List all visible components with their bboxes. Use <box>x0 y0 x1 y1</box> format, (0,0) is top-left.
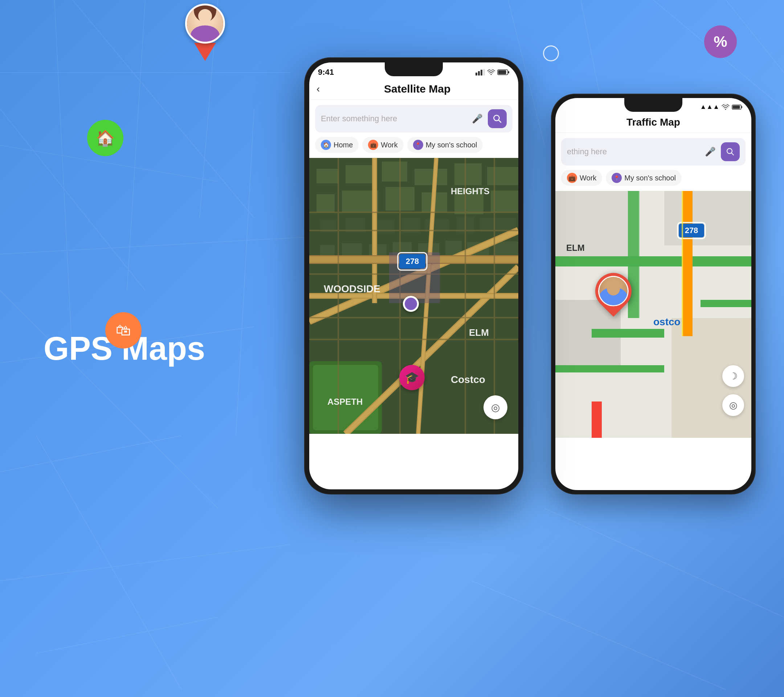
svg-text:Costco: Costco <box>451 374 485 385</box>
svg-text:278: 278 <box>685 226 698 235</box>
phone1-quick-tags: 🏠 Home 💼 Work 📍 My son's school <box>315 137 512 153</box>
phone1-battery-icon <box>497 69 510 76</box>
phone1-search-button[interactable] <box>488 109 507 128</box>
svg-line-7 <box>54 0 72 363</box>
svg-rect-34 <box>555 256 751 267</box>
phone1-school-icon: 📍 <box>413 140 423 150</box>
svg-line-4 <box>0 436 181 472</box>
svg-rect-45 <box>682 191 683 336</box>
phone1-school-label: My son's school <box>426 141 477 149</box>
phone1-search-bar[interactable]: Enter something here 🎤 <box>315 105 512 132</box>
back-button[interactable]: ‹ <box>316 83 320 95</box>
phone2-location-icon: ◎ <box>729 400 738 411</box>
phone2-quick-tags: 💼 Work 📍 My son's school <box>561 170 746 186</box>
svg-line-10 <box>236 109 254 436</box>
svg-text:ELM: ELM <box>469 327 489 338</box>
svg-rect-53 <box>498 71 506 74</box>
phone2-screen: 9:41 ▲▲▲ Traffic Map <box>555 98 751 490</box>
phones-container: 9:41 ▲▲▲ Traffic Map <box>283 22 755 675</box>
home-float-icon: 🏠 <box>87 120 124 156</box>
phone2-battery-icon <box>732 104 743 110</box>
phone2-search-area: ething here 🎤 💼 Work <box>555 133 751 191</box>
shop-float-icon: 🛍 <box>105 312 142 348</box>
svg-rect-58 <box>316 169 338 183</box>
avatar-woman <box>187 5 223 42</box>
svg-text:ELM: ELM <box>566 243 585 253</box>
school-map-badge: 🎓 <box>399 365 425 390</box>
phone1-search-area: Enter something here 🎤 🏠 Home <box>309 100 518 158</box>
svg-text:ostco: ostco <box>653 316 680 328</box>
phone1-time: 9:41 <box>318 68 334 77</box>
svg-rect-24 <box>733 105 740 109</box>
svg-rect-39 <box>700 300 751 307</box>
svg-rect-36 <box>682 191 693 336</box>
pin-tail <box>194 43 216 61</box>
current-location-dot <box>403 296 419 312</box>
svg-line-6 <box>36 617 218 653</box>
svg-rect-59 <box>346 165 375 183</box>
phone1-home-tag[interactable]: 🏠 Home <box>315 137 359 153</box>
svg-line-55 <box>499 120 501 122</box>
phone2-school-icon: 📍 <box>612 173 622 183</box>
phone1-location-button[interactable]: ◎ <box>483 395 507 419</box>
phone2-search-bar[interactable]: ething here 🎤 <box>561 138 746 166</box>
svg-rect-29 <box>664 191 751 246</box>
phone1: 9:41 <box>305 58 523 494</box>
phone2-status-right: ▲▲▲ <box>700 103 743 111</box>
phone2-wifi-icon <box>721 104 730 110</box>
phone2-map: ELM ostco 278 <box>555 191 751 438</box>
svg-line-11 <box>0 109 145 290</box>
phone1-work-label: Work <box>381 141 397 149</box>
satellite-map-svg: WOODSIDE HEIGHTS ELM Costco ASPETH 278 <box>309 158 518 434</box>
phone2-work-icon: 💼 <box>567 173 577 183</box>
phone2-work-tag[interactable]: 💼 Work <box>561 170 602 186</box>
phone2: 9:41 ▲▲▲ Traffic Map <box>552 94 755 494</box>
user-pin-top <box>185 3 225 61</box>
phone2-location-button[interactable]: ◎ <box>722 394 744 416</box>
svg-rect-79 <box>320 245 334 257</box>
phone1-map: WOODSIDE HEIGHTS ELM Costco ASPETH 278 🎓 <box>309 158 518 434</box>
svg-line-2 <box>0 236 327 254</box>
phone1-header: ‹ Satellite Map <box>309 80 518 100</box>
phone1-signal-icon <box>476 69 485 76</box>
phone2-school-tag[interactable]: 📍 My son's school <box>606 170 682 186</box>
traffic-map-svg: ELM ostco 278 <box>555 191 751 438</box>
svg-text:ASPETH: ASPETH <box>328 397 362 407</box>
phone1-wifi-icon <box>487 69 495 75</box>
phone1-work-tag[interactable]: 💼 Work <box>362 137 403 153</box>
svg-point-21 <box>725 109 726 110</box>
graduation-icon: 🎓 <box>405 371 419 384</box>
phone1-search-btn-icon <box>493 114 502 123</box>
svg-rect-35 <box>591 329 664 338</box>
phone1-home-label: Home <box>334 141 353 149</box>
phone1-school-tag[interactable]: 📍 My son's school <box>407 137 483 153</box>
svg-point-50 <box>491 74 492 75</box>
svg-line-12 <box>72 0 254 218</box>
phone1-status-right <box>476 69 510 76</box>
svg-rect-47 <box>478 71 480 76</box>
svg-rect-62 <box>455 163 482 185</box>
phone2-school-label: My son's school <box>624 174 676 182</box>
phone2-search-placeholder: ething here <box>567 147 701 157</box>
svg-rect-37 <box>591 402 602 438</box>
svg-rect-38 <box>555 365 664 372</box>
svg-rect-46 <box>476 73 477 76</box>
phone2-search-btn-icon <box>726 148 734 156</box>
phone1-location-icon: ◎ <box>491 402 500 414</box>
svg-rect-49 <box>483 69 485 76</box>
phone2-title: Traffic Map <box>563 117 744 128</box>
svg-line-26 <box>731 153 733 155</box>
phone2-moon-button[interactable]: ☽ <box>722 365 744 387</box>
svg-rect-76 <box>480 218 516 232</box>
svg-line-14 <box>36 436 181 690</box>
phone2-header: Traffic Map <box>555 114 751 133</box>
phone1-mic-icon[interactable]: 🎤 <box>472 114 483 124</box>
phone2-mic-icon[interactable]: 🎤 <box>705 147 716 157</box>
phone2-search-button[interactable] <box>721 142 740 161</box>
svg-rect-86 <box>494 241 518 256</box>
phone1-title: Satellite Map <box>323 83 511 95</box>
svg-line-5 <box>0 545 290 581</box>
phone1-notch <box>385 63 443 76</box>
svg-rect-52 <box>508 71 509 73</box>
svg-rect-23 <box>741 106 742 108</box>
